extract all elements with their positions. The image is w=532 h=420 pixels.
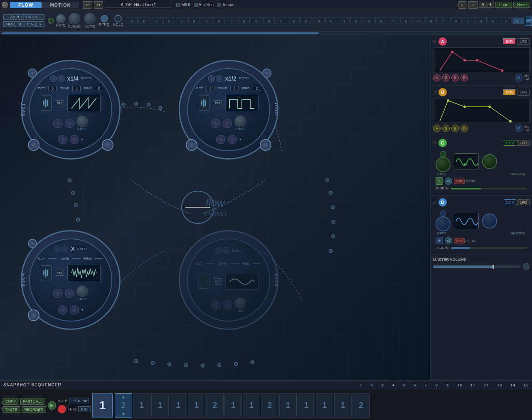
copy-button[interactable]: COPY (2, 398, 19, 405)
step-3[interactable]: 0 (163, 17, 175, 24)
mod-c-drag[interactable]: ⠿ (433, 141, 436, 145)
osc2-fdbk-knob[interactable] (234, 115, 246, 127)
mod-b-adsr-a-knob[interactable]: A (433, 125, 441, 132)
mod-b-drag[interactable]: ⠿ (433, 90, 436, 95)
step-2[interactable]: 0 (151, 17, 163, 24)
osc2-corner-knob-br[interactable] (260, 139, 271, 151)
osc4-corner-knob-tl[interactable] (28, 239, 37, 248)
step-20[interactable]: 0 (375, 17, 387, 24)
step-1[interactable]: 0 (138, 17, 150, 24)
paste-all-button[interactable]: PASTE ALL (20, 398, 46, 405)
osc1-waveform[interactable] (67, 95, 101, 111)
mod-b-refresh-knob[interactable]: ↺ (515, 125, 522, 132)
mod-c-smooth-knob[interactable] (482, 154, 497, 169)
tab-motion[interactable]: MOTION (42, 2, 79, 8)
load-button[interactable]: Load (495, 2, 512, 8)
osc4-fine-val[interactable] (95, 258, 103, 259)
osc4-oct-val[interactable] (48, 258, 57, 259)
osc2-bottom-knob2[interactable] (228, 135, 237, 144)
gate-knob[interactable] (84, 13, 96, 25)
snapshot-cell-3[interactable]: 1 (133, 393, 150, 418)
mod-c-sync-button[interactable]: ↺ (445, 177, 452, 185)
tab-flow[interactable]: FLOW (10, 2, 42, 8)
step-14[interactable]: 0 (300, 17, 312, 24)
mod-b-adsr-s-knob[interactable]: S (451, 125, 459, 132)
osc1-oct-val[interactable]: 0 (48, 86, 57, 91)
mod-a-lfo-tab[interactable]: LFO (517, 38, 530, 45)
undo-button[interactable]: ↩ (83, 1, 92, 9)
osc2-lfo-knob[interactable] (211, 119, 220, 128)
osc4-lfo-knob[interactable] (53, 289, 62, 298)
osc2-fine-val[interactable]: 0 (253, 86, 261, 91)
osc2-oct-val[interactable]: 0 (206, 86, 214, 91)
trig-value[interactable]: Key (78, 406, 91, 412)
osc2-waveform[interactable] (225, 95, 259, 111)
mod-a-adsr-r-knob[interactable]: R (461, 74, 468, 81)
osc1-bottom-knob2[interactable] (70, 135, 79, 144)
rtrg-button[interactable] (101, 15, 108, 22)
mod-a-env-tab[interactable]: ENV (503, 38, 517, 45)
mod-a-adsr-d-knob[interactable]: D (442, 74, 450, 81)
step-24[interactable]: 0 (425, 17, 437, 24)
osc4-tune-val[interactable] (72, 258, 81, 259)
osc4-voice-icon[interactable] (41, 265, 52, 280)
osc1-bottom-knob1[interactable] (58, 135, 67, 144)
osc1-corner-knob-bl[interactable] (28, 139, 39, 151)
nav-left-button[interactable]: ← (458, 1, 467, 9)
rate-select[interactable]: 1/16 1/8 1/4 (69, 398, 89, 404)
nav-right-button[interactable]: → (468, 1, 478, 9)
step-28[interactable]: 0 (475, 17, 487, 24)
snapshot-cell-12[interactable]: 1 (298, 393, 315, 418)
record-button[interactable] (58, 405, 66, 413)
mod-a-refresh-knob[interactable]: ↺ (515, 74, 522, 81)
osc3-fdbk-knob[interactable] (234, 297, 246, 309)
osc2-pm-button[interactable]: PM (213, 100, 222, 106)
snapshot-cell-9[interactable]: 1 (243, 393, 260, 418)
snapshot-cell-10[interactable]: 2 (261, 393, 278, 418)
master-volume-plus[interactable]: + (523, 263, 530, 270)
osc3-fine-val[interactable] (253, 263, 261, 264)
snapshot-down-arrow[interactable]: ▼ (121, 412, 126, 416)
osc3-ratio-knob2[interactable] (223, 247, 229, 254)
mod-a-adsr-s-knob[interactable]: S (451, 74, 459, 81)
mod-b-env-tab[interactable]: ENV (503, 89, 517, 96)
osc4-waveform[interactable] (67, 265, 101, 281)
step-10[interactable]: 0 (251, 17, 262, 24)
snapshot-cell-4[interactable]: 1 (151, 393, 169, 418)
osc4-corner-knob-bl[interactable] (28, 309, 39, 321)
step-0[interactable]: 0 (126, 17, 138, 24)
osc2-tune-val[interactable]: 0 (230, 86, 239, 91)
mod-d-sync-button[interactable]: ↺ (445, 237, 452, 244)
osc2-voice-icon[interactable] (199, 96, 209, 111)
osc3-waveform[interactable] (225, 273, 259, 290)
osc2-mod-knob[interactable] (223, 119, 232, 128)
step-27[interactable]: 0 (463, 17, 474, 24)
mod-d-fade-slider[interactable] (451, 247, 527, 249)
osc4-mod-knob[interactable] (65, 289, 74, 298)
osc4-pm-button[interactable]: PM (55, 270, 64, 276)
step-19[interactable]: 0 (363, 17, 374, 24)
mod-c-lfo-wave[interactable] (454, 153, 479, 170)
osc3-lfo-knob[interactable] (211, 300, 220, 309)
mod-a-drag[interactable]: ⠿ (433, 39, 436, 44)
mod-c-lfo-tab[interactable]: LFO (517, 140, 530, 146)
osc3-voice-icon[interactable] (199, 274, 209, 289)
mod-c-env-tab[interactable]: ENV (504, 140, 517, 146)
step-21[interactable]: 0 (388, 17, 399, 24)
mod-c-off-button[interactable]: OFF (454, 179, 465, 184)
mod-d-lfo-wave[interactable] (454, 213, 479, 229)
step-4[interactable]: 0 (176, 17, 187, 24)
osc1-mod-knob[interactable] (65, 119, 74, 128)
mod-b-adsr-r-knob[interactable]: R (461, 125, 468, 132)
snapshot-cell-15[interactable]: 2 (352, 393, 370, 418)
swing-knob[interactable] (69, 13, 80, 25)
mod-d-lfo-tab[interactable]: LFO (517, 199, 530, 205)
snapshot-cell-6[interactable]: 1 (188, 393, 205, 418)
osc1-lfo-knob[interactable] (53, 119, 62, 128)
mod-b-adsr-d-knob[interactable]: D (442, 125, 450, 132)
snapshot-cell-selected[interactable]: ▲ 2 ▼ (115, 393, 132, 418)
snapshot-cell-8[interactable]: 1 (224, 393, 242, 418)
mod-c-plus-button[interactable]: + (436, 177, 443, 185)
osc1-ratio-knob2[interactable] (58, 75, 64, 82)
step-12[interactable]: 0 (276, 17, 287, 24)
